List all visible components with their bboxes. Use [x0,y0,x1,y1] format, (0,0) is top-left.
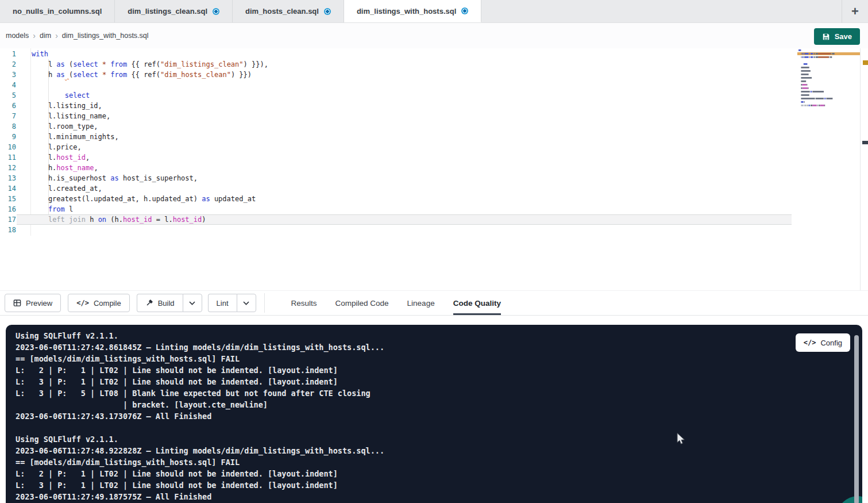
line-number: 12 [0,163,16,173]
tab-filename: dim_listings_clean.sql [128,7,207,16]
code-line: l.created_at, [32,183,268,194]
panel-tab-compiled-code[interactable]: Compiled Code [335,291,389,315]
preview-button[interactable]: Preview [5,294,61,312]
tab-filename: dim_listings_with_hosts.sql [357,7,456,16]
tab-filename: no_nulls_in_columns.sql [13,7,102,16]
panel-tab-results[interactable]: Results [291,291,317,315]
code-line: h.host_name, [32,163,268,173]
preview-grid-icon [13,299,21,307]
code-line [32,225,268,235]
editor-tab-bar: no_nulls_in_columns.sqldim_listings_clea… [0,0,868,23]
sql-code-editor[interactable]: 123456789101112131415161718 with l as (s… [0,48,868,290]
line-number: 2 [0,59,16,70]
build-split-button: Build [137,294,202,312]
preview-label: Preview [26,299,52,308]
build-button[interactable]: Build [137,294,183,312]
lint-button[interactable]: Lint [208,294,237,312]
save-button-label: Save [835,32,852,41]
code-line: select [32,90,268,101]
code-line: with [32,49,268,59]
line-number: 7 [0,111,16,121]
editor-tab[interactable]: dim_listings_clean.sql [115,0,233,22]
code-line: l.room_type, [32,121,268,132]
config-label: Config [820,339,842,347]
build-dropdown-button[interactable] [183,294,202,312]
code-brackets-icon: </> [76,299,89,307]
line-number: 11 [0,152,16,163]
editor-tab[interactable]: dim_listings_with_hosts.sql [344,0,481,22]
code-line: l as (select * from {{ ref("dim_listings… [32,59,268,70]
build-label: Build [158,299,175,308]
breadcrumb: models›dim›dim_listings_with_hosts.sql [6,23,149,48]
lint-split-button: Lint [208,294,256,312]
unsaved-changes-icon [213,8,219,15]
code-brackets-icon: </> [804,339,816,347]
editor-tab[interactable]: no_nulls_in_columns.sql [0,0,115,22]
code-line: h.is_superhost as host_is_superhost, [32,173,268,183]
save-floppy-icon [822,33,830,41]
line-number: 16 [0,204,16,214]
action-toolbar: Preview </> Compile Build [0,290,868,316]
line-number: 13 [0,173,16,183]
chevron-down-icon [243,301,249,305]
new-tab-button[interactable]: + [842,0,868,23]
toolbar-divider [264,293,265,313]
line-number: 9 [0,132,16,142]
lint-dropdown-button[interactable] [237,294,256,312]
file-header-row: models›dim›dim_listings_with_hosts.sql S… [0,23,868,48]
overview-ruler-position-marker[interactable] [862,141,868,144]
code-line: l.host_id, [32,152,268,163]
code-line: l.listing_id, [32,101,268,111]
editor-right-border [860,48,861,290]
code-line: l.price, [32,142,268,152]
lint-label: Lint [217,299,229,308]
save-button[interactable]: Save [814,28,860,45]
line-number: 6 [0,101,16,111]
line-number-gutter: 123456789101112131415161718 [0,49,16,235]
code-line: l.minimum_nights, [32,132,268,142]
editor-tab[interactable]: dim_hosts_clean.sql [233,0,344,22]
chevron-down-icon [189,301,195,305]
code-line: greatest(l.updated_at, h.updated_at) as … [32,194,268,204]
line-number: 4 [0,80,16,90]
panel-tab-lineage[interactable]: Lineage [407,291,435,315]
code-line [32,80,268,90]
line-number: 15 [0,194,16,204]
breadcrumb-separator-icon: › [55,31,58,40]
lint-config-button[interactable]: </> Config [796,333,850,352]
overview-ruler-warning-marker [863,60,868,65]
breadcrumb-item[interactable]: dim_listings_with_hosts.sql [62,32,149,40]
result-panel-tabs: ResultsCompiled CodeLineageCode Quality [291,291,501,315]
lint-output-terminal: Using SQLFluff v2.1.1. 2023-06-06T11:27:… [6,325,862,503]
code-text: with l as (select * from {{ ref("dim_lis… [32,49,268,235]
compile-button[interactable]: </> Compile [68,294,129,312]
breadcrumb-separator-icon: › [33,31,36,40]
plus-icon: + [851,4,859,19]
code-line: h as (select * from {{ ref("dim_hosts_cl… [32,70,268,80]
code-line: from l [32,204,268,214]
breadcrumb-item[interactable]: models [6,32,29,40]
dbt-cloud-ide-window: no_nulls_in_columns.sqldim_listings_clea… [0,0,868,503]
code-line: l.listing_name, [32,111,268,121]
line-number: 8 [0,121,16,132]
terminal-scrollbar-thumb[interactable] [854,335,859,503]
line-number: 3 [0,70,16,80]
compile-label: Compile [94,299,121,308]
line-number: 1 [0,49,16,59]
gutter-border [30,48,31,236]
line-number: 5 [0,90,16,101]
panel-tab-code-quality[interactable]: Code Quality [453,291,501,315]
build-hammer-icon [145,299,153,307]
unsaved-changes-icon [461,7,468,14]
line-number: 17 [0,214,16,225]
line-number: 18 [0,225,16,235]
line-number: 14 [0,183,16,194]
code-line: left join h on (h.host_id = l.host_id) [32,214,268,225]
breadcrumb-item[interactable]: dim [40,32,51,40]
line-number: 10 [0,142,16,152]
open-file-tabs: no_nulls_in_columns.sqldim_listings_clea… [0,0,481,22]
terminal-output-text: Using SQLFluff v2.1.1. 2023-06-06T11:27:… [6,325,862,503]
minimap[interactable] [797,48,860,115]
unsaved-changes-icon [324,8,331,15]
tab-filename: dim_hosts_clean.sql [245,7,319,16]
